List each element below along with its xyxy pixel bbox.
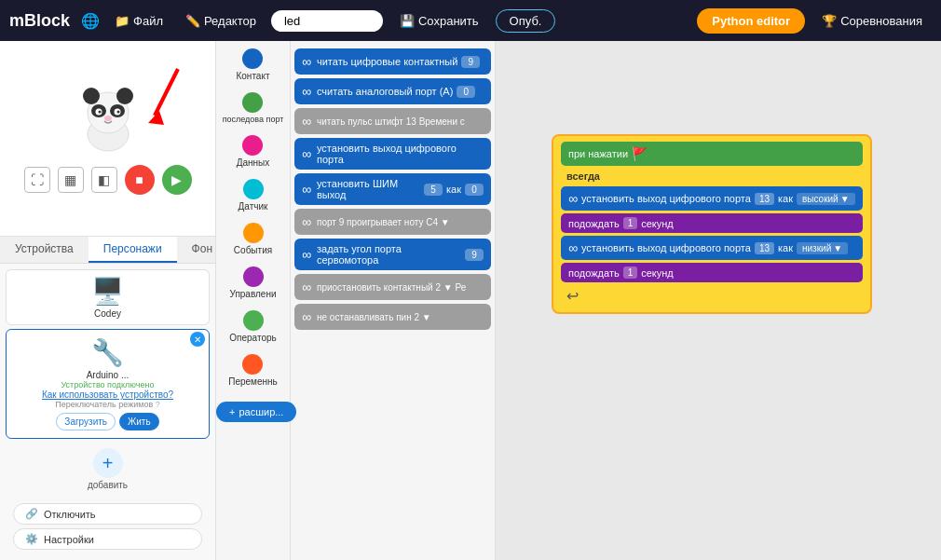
infinity-icon7: ∞ <box>302 247 311 262</box>
codey-name: Codey <box>94 308 121 319</box>
blocks-panel: Контакт последова порт Данных Датчик Соб… <box>216 41 496 560</box>
wait-block-1[interactable]: подождать 1 секунд <box>561 213 863 233</box>
block-no-stop-pin[interactable]: ∞ не останавливать пин 2 ▼ <box>294 304 491 330</box>
block-play-tone[interactable]: ∞ порт 9 проигрывает ноту С4 ▼ <box>294 209 491 235</box>
device-item-codey[interactable]: 🖥️ Codey <box>6 269 210 325</box>
editor-icon: ✏️ <box>185 14 200 28</box>
block-set-digital-output[interactable]: ∞ установить выход цифрового порта <box>294 138 491 170</box>
svg-point-4 <box>83 88 100 104</box>
category-control[interactable]: Управлени <box>229 266 276 299</box>
plus-icon: + <box>229 406 235 417</box>
block-read-analog[interactable]: ∞ считать аналоговый порт (А) 0 <box>294 78 491 104</box>
svg-point-12 <box>104 116 112 121</box>
device-list: 🖥️ Codey ✕ 🔧 Arduino ... Устройство подк… <box>0 264 215 560</box>
code-blocks-group: при нажатии 🚩 всегда ∞ установить выход … <box>552 134 872 314</box>
grid-icon[interactable]: ▦ <box>58 167 84 193</box>
gear-icon: ⚙️ <box>25 533 38 545</box>
data-dot <box>242 135 263 156</box>
stop-button[interactable]: ■ <box>125 165 155 195</box>
infinity-icon-b1: ∞ <box>568 191 578 206</box>
infinity-icon3: ∞ <box>302 114 311 129</box>
editor-menu[interactable]: ✏️ Редактор <box>178 10 264 32</box>
file-menu[interactable]: 📁 Файл <box>107 10 170 32</box>
disconnect-button[interactable]: 🔗 Отключить <box>13 503 202 525</box>
save-icon: 💾 <box>400 14 415 28</box>
port-badge-1: 13 <box>755 193 774 205</box>
category-data[interactable]: Данных <box>237 135 270 168</box>
playback-controls: ⛶ ▦ ◧ ■ ▶ <box>24 165 192 195</box>
block-read-pulse[interactable]: ∞ читать пульс штифт 13 Времени с <box>294 108 491 134</box>
logo: mBlock <box>9 11 70 31</box>
left-panel: ⛶ ▦ ◧ ■ ▶ Устройства Персонажи Фон 🖥️ Co… <box>0 41 216 560</box>
add-device-button[interactable]: + добавить <box>6 443 210 496</box>
category-operators[interactable]: Операторь <box>229 310 276 343</box>
category-sensor[interactable]: Датчик <box>239 179 268 212</box>
settings-button[interactable]: ⚙️ Настройки <box>13 528 202 550</box>
device-action-buttons: Загрузить Жить <box>56 413 158 430</box>
play-button[interactable]: ▶ <box>162 165 192 195</box>
svg-point-11 <box>116 110 119 113</box>
red-arrow-indicator <box>141 60 187 138</box>
main-code-group: при нажатии 🚩 всегда ∞ установить выход … <box>552 134 872 314</box>
value-dropdown-1[interactable]: высокий ▼ <box>797 193 855 205</box>
device-item-arduino[interactable]: ✕ 🔧 Arduino ... Устройство подключено Ка… <box>6 329 210 439</box>
infinity-icon5: ∞ <box>302 182 311 197</box>
category-contact[interactable]: Контакт <box>236 48 269 81</box>
infinity-icon9: ∞ <box>302 309 311 324</box>
block-read-digital[interactable]: ∞ читать цифровые контактный 9 <box>294 48 491 75</box>
variables-dot <box>242 354 263 375</box>
publish-button[interactable]: Опуб. <box>496 9 556 33</box>
infinity-icon4: ∞ <box>302 146 311 161</box>
competition-button[interactable]: 🏆 Соревнования <box>812 10 932 32</box>
set-output-high-block[interactable]: ∞ установить выход цифрового порта 13 ка… <box>561 186 863 211</box>
arduino-name: Arduino ... <box>87 370 130 380</box>
save-button[interactable]: 💾 Сохранить <box>390 10 488 32</box>
wait-badge-1: 1 <box>623 217 638 229</box>
category-events[interactable]: События <box>234 223 272 255</box>
expand-icon[interactable]: ⛶ <box>24 167 50 193</box>
infinity-icon: ∞ <box>302 54 311 69</box>
block-servo[interactable]: ∞ задать угол порта сервомотора 9 <box>294 239 491 270</box>
live-button[interactable]: Жить <box>119 413 159 430</box>
loop-arrow-icon: ↩ <box>561 285 863 307</box>
block-pause-pin[interactable]: ∞ приостановить контактный 2 ▼ Ре <box>294 274 491 300</box>
contact-dot <box>242 48 263 69</box>
character-area: ⛶ ▦ ◧ ■ ▶ <box>0 41 215 237</box>
operators-dot <box>243 310 264 331</box>
competition-icon: 🏆 <box>822 14 837 28</box>
canvas-area[interactable]: при нажатии 🚩 всегда ∞ установить выход … <box>496 41 941 560</box>
python-editor-button[interactable]: Python editor <box>697 8 805 34</box>
flag-icon: 🚩 <box>632 146 648 161</box>
infinity-icon6: ∞ <box>302 214 311 229</box>
layout-icon[interactable]: ◧ <box>91 167 117 193</box>
value-dropdown-2[interactable]: низкий ▼ <box>797 242 848 254</box>
category-sidebar: Контакт последова порт Данных Датчик Соб… <box>216 41 291 560</box>
how-to-use-link[interactable]: Как использовать устройство? <box>42 389 173 400</box>
connection-status: Устройство подключено <box>61 380 154 389</box>
left-panel-tabs: Устройства Персонажи Фон <box>0 237 215 264</box>
category-serial[interactable]: последова порт <box>223 92 284 124</box>
infinity-icon8: ∞ <box>302 280 311 294</box>
block-set-pwm[interactable]: ∞ установить ШИМ выход 5 как 0 <box>294 173 491 205</box>
port-badge-2: 13 <box>755 242 774 254</box>
set-output-low-block[interactable]: ∞ установить выход цифрового порта 13 ка… <box>561 236 863 260</box>
category-variables[interactable]: Переменнь <box>228 354 278 387</box>
tab-characters[interactable]: Персонажи <box>89 237 177 263</box>
project-name-input[interactable] <box>271 10 383 32</box>
globe-icon[interactable]: 🌐 <box>81 12 100 30</box>
arduino-icon: 🔧 <box>91 337 124 368</box>
header: mBlock 🌐 📁 Файл ✏️ Редактор 💾 Сохранить … <box>0 0 941 41</box>
events-dot <box>243 223 264 243</box>
add-extension-button[interactable]: + расшир... <box>216 402 296 422</box>
wait-badge-2: 1 <box>623 266 638 279</box>
trigger-block[interactable]: при нажатии 🚩 <box>561 142 863 166</box>
upload-button[interactable]: Загрузить <box>56 413 116 430</box>
add-device-label: добавить <box>88 480 128 490</box>
infinity-icon-b2: ∞ <box>568 240 578 255</box>
wait-block-2[interactable]: подождать 1 секунд <box>561 263 863 282</box>
close-device-icon[interactable]: ✕ <box>190 332 205 347</box>
tab-devices[interactable]: Устройства <box>0 237 89 263</box>
question-icon: ? <box>156 400 160 409</box>
main-layout: ⛶ ▦ ◧ ■ ▶ Устройства Персонажи Фон 🖥️ Co… <box>0 41 941 560</box>
trigger-label: при нажатии <box>568 148 628 159</box>
